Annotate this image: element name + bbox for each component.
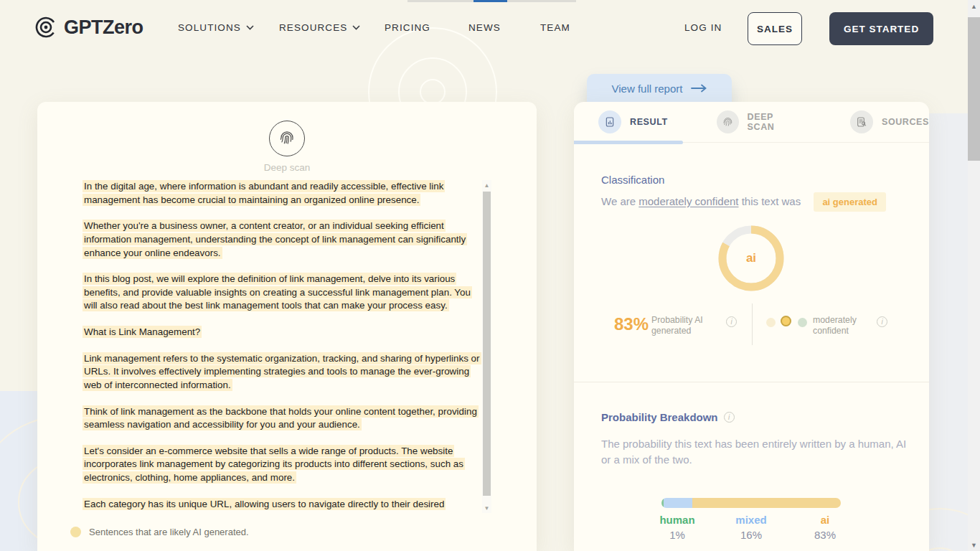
stats-row: 83% Probability AI generated i moderatel… xyxy=(574,311,929,351)
nav-resources[interactable]: RESOURCES xyxy=(279,22,360,33)
view-full-report-label: View full report xyxy=(612,83,683,95)
get-started-button[interactable]: GET STARTED xyxy=(829,12,933,45)
nav-news[interactable]: NEWS xyxy=(468,22,501,33)
info-icon[interactable]: i xyxy=(724,412,735,423)
tab-label: DEEP SCAN xyxy=(748,112,801,132)
sentence-prefix: We are xyxy=(601,195,636,207)
breakdown-bar-segment xyxy=(664,498,692,508)
confidence-dot-high xyxy=(798,318,807,327)
scroll-down-arrow[interactable]: ▼ xyxy=(482,503,491,513)
document-chart-icon xyxy=(598,110,621,133)
nav-solutions[interactable]: SOLUTIONS xyxy=(178,22,254,33)
active-tab-underline xyxy=(574,141,683,144)
text-area-scrollbar[interactable]: ▲ ▼ xyxy=(482,180,491,513)
ai-generated-badge: ai generated xyxy=(814,192,886,212)
highlighted-paragraph: In the digital age, where information is… xyxy=(83,180,481,207)
highlighted-paragraph: Let's consider an e-commerce website tha… xyxy=(83,445,481,485)
fingerprint-icon xyxy=(278,129,296,148)
page: GPTZero SOLUTIONS RESOURCES PRICING NEWS… xyxy=(0,0,980,551)
tab-deep-scan[interactable]: DEEP SCAN xyxy=(717,110,801,133)
confidence-label: moderately confident xyxy=(813,315,857,336)
chevron-down-icon xyxy=(246,25,254,30)
tab-label: SOURCES xyxy=(882,117,929,127)
breakdown-stacked-bar xyxy=(661,498,841,508)
log-in-link[interactable]: LOG IN xyxy=(684,22,722,33)
document-panel: Deep scan In the digital age, where info… xyxy=(37,102,537,551)
scroll-up-arrow[interactable]: ▲ xyxy=(482,180,491,190)
highlight-legend: Sentences that are likely AI generated. xyxy=(70,527,249,537)
breakdown-col-ai: ai 83% xyxy=(793,514,857,541)
nav-team[interactable]: TEAM xyxy=(540,22,570,33)
nav-label: RESOURCES xyxy=(279,22,347,33)
highlighted-paragraph: Whether you're a business owner, a conte… xyxy=(83,220,481,260)
sales-button[interactable]: SALES xyxy=(748,12,802,45)
deep-scan-status-label: Deep scan xyxy=(37,162,537,173)
breakdown-col-mixed: mixed 16% xyxy=(720,514,783,541)
breakdown-value: 16% xyxy=(720,529,783,541)
breakdown-value: 1% xyxy=(646,529,709,541)
scroll-down-arrow[interactable]: ▼ xyxy=(968,539,980,551)
sentence-suffix: this text was xyxy=(742,195,801,207)
top-progress-bar xyxy=(407,0,576,2)
probability-value: 83% xyxy=(614,314,649,334)
classification-sentence: We are moderately confident this text wa… xyxy=(601,192,910,212)
nav-label: PRICING xyxy=(385,22,430,33)
tab-label: RESULT xyxy=(630,117,668,127)
stats-divider xyxy=(752,303,753,345)
classification-title: Classification xyxy=(601,174,910,186)
gptzero-logo[interactable]: GPTZero xyxy=(34,16,143,39)
breakdown-bar-segment xyxy=(692,498,842,508)
chevron-down-icon xyxy=(352,25,360,30)
confidence-phrase-link[interactable]: moderately confident xyxy=(639,195,738,207)
breakdown-value: 83% xyxy=(793,529,857,541)
confidence-dot-low xyxy=(766,318,776,327)
highlighted-paragraph: Think of link management as the backbone… xyxy=(83,405,481,432)
scanned-text-area[interactable]: In the digital age, where information is… xyxy=(83,180,481,513)
log-in-label: LOG IN xyxy=(684,22,722,33)
nav-pricing[interactable]: PRICING xyxy=(385,22,430,33)
breakdown-title: Probability Breakdown xyxy=(601,411,718,423)
page-scrollbar[interactable]: ▲ ▼ xyxy=(968,0,980,551)
info-icon[interactable]: i xyxy=(877,316,887,327)
scroll-up-arrow[interactable]: ▲ xyxy=(968,0,980,12)
breakdown-description: The probability this text has been entir… xyxy=(601,436,911,468)
tab-result[interactable]: RESULT xyxy=(598,110,668,133)
ai-highlight-dot-icon xyxy=(70,527,81,537)
breakdown-label: ai xyxy=(793,514,857,526)
ai-probability-donut-chart: ai xyxy=(717,224,786,293)
highlighted-paragraph: What is Link Management? xyxy=(83,326,481,339)
report-panel: RESULT DEEP SCAN xyxy=(574,102,929,551)
scrollbar-thumb[interactable] xyxy=(968,17,980,161)
site-header: GPTZero SOLUTIONS RESOURCES PRICING NEWS… xyxy=(0,0,968,57)
logo-text: GPTZero xyxy=(64,17,143,39)
report-tabs: RESULT DEEP SCAN xyxy=(574,102,929,143)
confidence-dot-medium-active xyxy=(781,316,791,326)
nav-label: SOLUTIONS xyxy=(178,22,241,33)
nav-label: TEAM xyxy=(540,22,570,33)
classification-section: Classification We are moderately confide… xyxy=(601,174,910,212)
deep-scan-status-circle xyxy=(269,121,305,156)
breakdown-labels: human 1% mixed 16% ai 83% xyxy=(646,514,857,541)
highlighted-paragraph: In this blog post, we will explore the d… xyxy=(83,273,481,313)
decorative-circles-left xyxy=(0,391,43,551)
breakdown-col-human: human 1% xyxy=(646,514,709,541)
gptzero-logo-icon xyxy=(34,16,57,39)
scrollbar-thumb[interactable] xyxy=(483,192,491,496)
highlighted-paragraph: Each category has its unique URL, allowi… xyxy=(83,498,481,512)
probability-label: Probability AI generated xyxy=(651,315,703,336)
tab-sources[interactable]: SOURCES xyxy=(850,110,929,133)
donut-center-label: ai xyxy=(717,224,786,293)
view-full-report-button[interactable]: View full report xyxy=(587,74,732,103)
breakdown-label: mixed xyxy=(720,514,783,526)
document-search-icon xyxy=(850,110,873,133)
highlighted-paragraph: Link management refers to the systematic… xyxy=(83,352,481,392)
info-icon[interactable]: i xyxy=(726,316,737,327)
arrow-right-icon xyxy=(691,84,707,93)
section-divider xyxy=(574,382,929,382)
nav-label: NEWS xyxy=(468,22,501,33)
fingerprint-icon xyxy=(717,110,739,133)
legend-text: Sentences that are likely AI generated. xyxy=(89,527,249,537)
breakdown-label: human xyxy=(646,514,709,526)
top-progress-indicator xyxy=(473,0,507,2)
